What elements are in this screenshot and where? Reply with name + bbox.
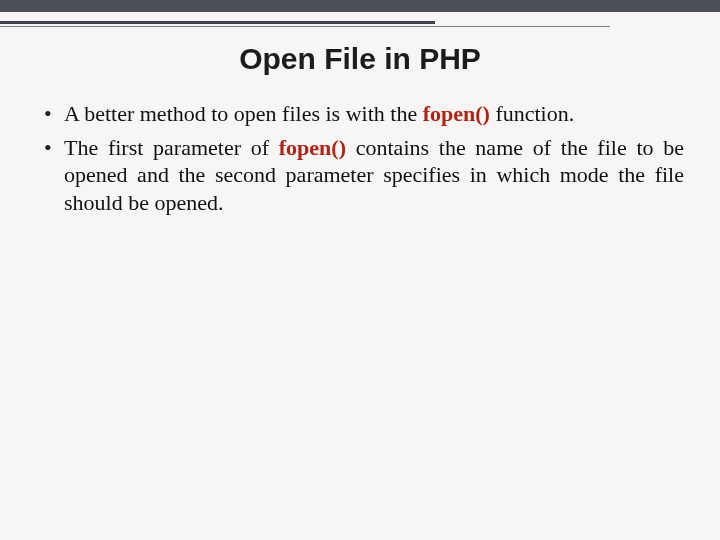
keyword-fopen: fopen() bbox=[279, 135, 346, 160]
bullet-text-post: function. bbox=[490, 101, 574, 126]
slide-body: A better method to open files is with th… bbox=[44, 100, 684, 222]
divider-thin bbox=[0, 26, 610, 27]
top-bar bbox=[0, 0, 720, 12]
bullet-text-pre: A better method to open files is with th… bbox=[64, 101, 423, 126]
bullet-item: The first parameter of fopen() contains … bbox=[44, 134, 684, 217]
slide: Open File in PHP A better method to open… bbox=[0, 0, 720, 540]
bullet-text-pre: The first parameter of bbox=[64, 135, 279, 160]
keyword-fopen: fopen() bbox=[423, 101, 490, 126]
divider-thick bbox=[0, 21, 435, 24]
slide-title: Open File in PHP bbox=[0, 42, 720, 76]
bullet-item: A better method to open files is with th… bbox=[44, 100, 684, 128]
